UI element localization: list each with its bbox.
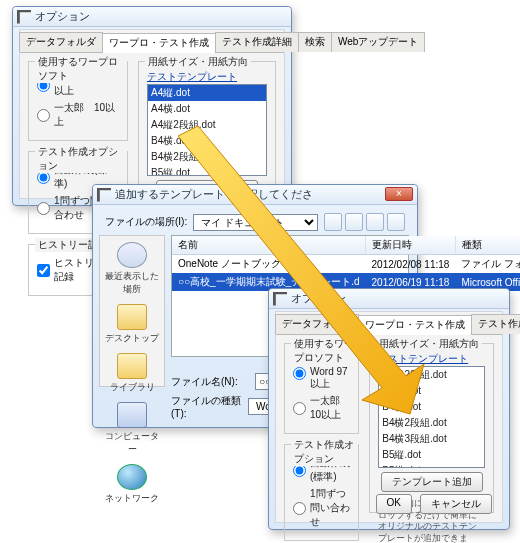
options-dialog-top: オプション データフォルダ ワープロ・テスト作成 テスト作成詳細 検索 Webア… xyxy=(12,6,292,206)
tab-datafolder[interactable]: データフォルダ xyxy=(19,32,103,52)
dialog-title: オプション xyxy=(35,9,90,24)
template-label: テストテンプレート xyxy=(147,70,267,84)
template-listbox[interactable]: A4縦2段組.dotA4横.dotB4横.dotB4横2段組.dotB4横3段組… xyxy=(378,366,485,468)
tab-test-detail[interactable]: テスト作成詳細 xyxy=(471,314,520,334)
template-item[interactable]: B4横2段組.dot xyxy=(148,149,266,165)
location-combo[interactable]: マイ ドキュメント xyxy=(193,214,318,231)
ok-button[interactable]: OK xyxy=(376,494,412,514)
add-template-button[interactable]: テンプレート追加 xyxy=(381,472,483,492)
template-item[interactable]: B4横3段組.dot xyxy=(379,431,484,447)
template-item[interactable]: B5縦.dot xyxy=(148,165,266,176)
app-icon xyxy=(17,10,31,24)
filename-label: ファイル名(N): xyxy=(171,375,249,389)
place-libraries[interactable]: ライブラリ xyxy=(103,353,161,394)
place-recent[interactable]: 最近表示した場所 xyxy=(103,242,161,296)
tab-search[interactable]: 検索 xyxy=(298,32,332,52)
place-network[interactable]: ネットワーク xyxy=(103,464,161,505)
paper-legend: 用紙サイズ・用紙方向 xyxy=(376,337,482,351)
radio-1q[interactable]: 1問ずつ問い合わせ xyxy=(293,487,350,529)
group-paper: 用紙サイズ・用紙方向 テストテンプレート A4縦2段組.dotA4横.dotB4… xyxy=(369,343,494,513)
test-legend: テスト作成オプション xyxy=(291,438,358,466)
wp-legend: 使用するワープロソフト xyxy=(35,55,127,83)
wp-legend: 使用するワープロソフト xyxy=(291,337,358,365)
template-listbox[interactable]: A4縦.dotA4横.dotA4縦2段組.dotB4横.dotB4横2段組.do… xyxy=(147,84,267,176)
radio-ichitaro[interactable]: 一太郎 10以上 xyxy=(293,394,350,422)
up-icon[interactable] xyxy=(345,213,363,231)
place-desktop[interactable]: デスクトップ xyxy=(103,304,161,345)
col-type[interactable]: 種類 xyxy=(455,236,520,255)
dialog-title: オプション xyxy=(291,291,346,306)
file-row[interactable]: OneNote ノートブック2012/02/08 11:18ファイル フォ xyxy=(172,255,520,274)
test-legend: テスト作成オプション xyxy=(35,145,127,173)
back-icon[interactable] xyxy=(324,213,342,231)
cancel-button[interactable]: キャンセル xyxy=(420,494,492,514)
template-item[interactable]: A4縦.dot xyxy=(148,85,266,101)
close-icon[interactable]: × xyxy=(385,187,413,201)
template-item[interactable]: A4横.dot xyxy=(148,101,266,117)
group-test-option: テスト作成オプション 自動作成(標準) 1問ずつ問い合わせ xyxy=(284,444,359,541)
tab-test-detail[interactable]: テスト作成詳細 xyxy=(215,32,299,52)
template-label: テストテンプレート xyxy=(378,352,485,366)
app-icon xyxy=(97,188,111,202)
options-dialog-bottom: オプション データフォルダ ワープロ・テスト作成 テスト作成詳細 検索 Webア… xyxy=(268,288,510,530)
tab-wp-test[interactable]: ワープロ・テスト作成 xyxy=(102,33,216,53)
template-item[interactable]: A4横.dot xyxy=(379,383,484,399)
template-item[interactable]: A4縦2段組.dot xyxy=(148,117,266,133)
template-item[interactable]: B4横.dot xyxy=(148,133,266,149)
template-item[interactable]: A4縦2段組.dot xyxy=(379,367,484,383)
location-label: ファイルの場所(I): xyxy=(105,215,187,229)
group-wordprocessor: 使用するワープロソフト MS-Word 97以上 一太郎 10以上 xyxy=(284,343,359,434)
tab-webupdate[interactable]: Webアップデート xyxy=(331,32,425,52)
template-item[interactable]: B5縦.dot xyxy=(379,447,484,463)
app-icon xyxy=(273,292,287,306)
place-computer[interactable]: コンピューター xyxy=(103,402,161,456)
dialog-title: 追加するテンプレートを選択してくださ xyxy=(115,187,313,202)
group-wordprocessor: 使用するワープロソフト MS-Word 97以上 一太郎 10以上 xyxy=(28,61,128,141)
radio-ichitaro[interactable]: 一太郎 10以上 xyxy=(37,101,119,129)
template-item[interactable]: B4横2段組.dot xyxy=(379,415,484,431)
template-item[interactable]: B5横.dot xyxy=(379,463,484,468)
tab-strip: データフォルダ ワープロ・テスト作成 テスト作成詳細 検索 Webアップデート xyxy=(20,30,284,53)
newfolder-icon[interactable] xyxy=(366,213,384,231)
template-item[interactable]: B4横.dot xyxy=(379,399,484,415)
filetype-label: ファイルの種類(T): xyxy=(171,394,242,419)
col-date[interactable]: 更新日時 xyxy=(366,236,456,255)
col-name[interactable]: 名前 xyxy=(172,236,366,255)
views-icon[interactable] xyxy=(387,213,405,231)
tab-strip: データフォルダ ワープロ・テスト作成 テスト作成詳細 検索 Webアップデート xyxy=(276,312,502,335)
tab-datafolder[interactable]: データフォルダ xyxy=(275,314,359,334)
places-sidebar: 最近表示した場所 デスクトップ ライブラリ コンピューター ネットワーク xyxy=(99,235,165,387)
tab-wp-test[interactable]: ワープロ・テスト作成 xyxy=(358,315,472,335)
file-toolbar xyxy=(324,213,405,231)
paper-legend: 用紙サイズ・用紙方向 xyxy=(145,55,251,69)
